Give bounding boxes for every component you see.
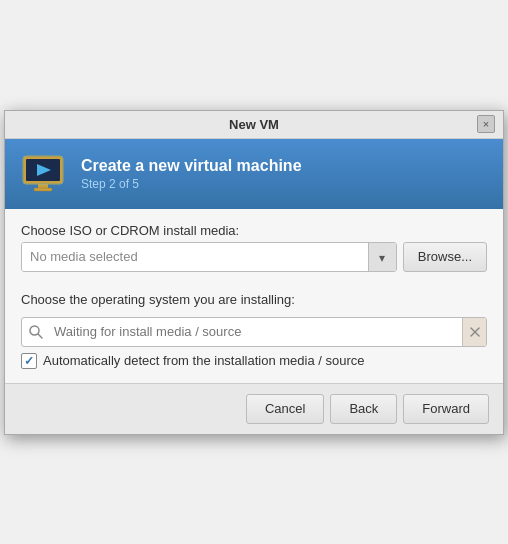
- search-icon: [22, 317, 50, 347]
- header-title: Create a new virtual machine: [81, 157, 302, 175]
- auto-detect-label: Automatically detect from the installati…: [43, 353, 365, 368]
- main-content: Choose ISO or CDROM install media: No me…: [5, 209, 503, 383]
- media-section-label: Choose ISO or CDROM install media:: [21, 223, 487, 238]
- browse-button[interactable]: Browse...: [403, 242, 487, 272]
- back-button[interactable]: Back: [330, 394, 397, 424]
- media-dropdown-text: No media selected: [22, 243, 368, 271]
- header-bar: Create a new virtual machine Step 2 of 5: [5, 139, 503, 209]
- svg-rect-4: [34, 188, 52, 191]
- media-dropdown[interactable]: No media selected: [21, 242, 397, 272]
- auto-detect-checkbox[interactable]: [21, 353, 37, 369]
- close-button[interactable]: ×: [477, 115, 495, 133]
- forward-button[interactable]: Forward: [403, 394, 489, 424]
- window-title: New VM: [31, 117, 477, 132]
- dropdown-arrow-icon[interactable]: [368, 243, 396, 272]
- os-search-input[interactable]: [50, 324, 462, 339]
- titlebar: New VM ×: [5, 111, 503, 139]
- cancel-button[interactable]: Cancel: [246, 394, 324, 424]
- button-bar: Cancel Back Forward: [5, 383, 503, 434]
- header-text: Create a new virtual machine Step 2 of 5: [81, 157, 302, 191]
- os-section-label: Choose the operating system you are inst…: [21, 292, 487, 307]
- svg-rect-3: [38, 184, 48, 188]
- search-clear-button[interactable]: [462, 317, 486, 347]
- os-search-row: [21, 317, 487, 347]
- header-subtitle: Step 2 of 5: [81, 177, 302, 191]
- new-vm-dialog: New VM × Create a new virtual machine: [4, 110, 504, 435]
- os-section: Choose the operating system you are inst…: [21, 292, 487, 369]
- svg-line-7: [38, 334, 42, 338]
- vm-icon: [19, 150, 67, 198]
- media-row: No media selected Browse...: [21, 242, 487, 272]
- media-section: Choose ISO or CDROM install media: No me…: [21, 223, 487, 272]
- auto-detect-row: Automatically detect from the installati…: [21, 353, 487, 369]
